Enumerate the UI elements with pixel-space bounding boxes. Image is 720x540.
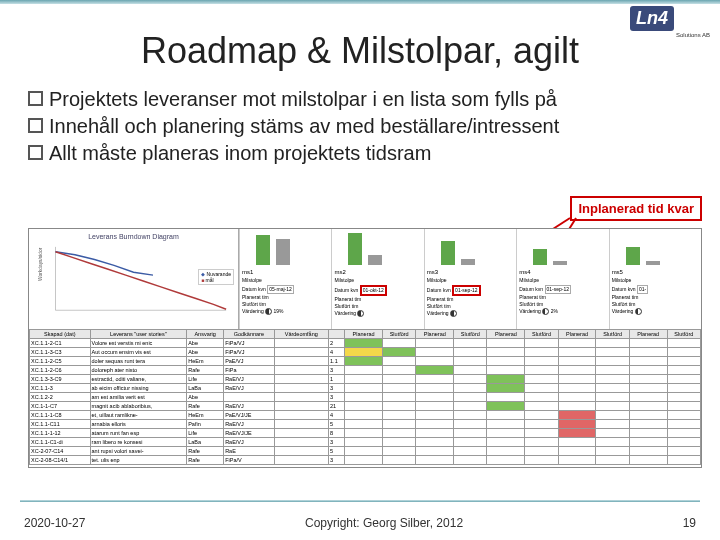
table-row: XC.1-1-C7magnit acib ablaboribius,RafeRa… bbox=[30, 402, 701, 411]
logo-subtext: Solutions AB bbox=[630, 32, 710, 38]
milestone-col: ms3MilstolpeDatum kvn 01-sep-12Planerat … bbox=[424, 229, 516, 329]
ms-rows: MilstolpeDatum kvn 05-maj-12Planerat tim… bbox=[242, 277, 329, 315]
burndown-legend: ◆ Nuvarande ■ mål bbox=[198, 269, 234, 285]
logo: Ln4 Solutions AB bbox=[630, 6, 710, 38]
ms-name: ms1 bbox=[242, 269, 329, 275]
table-header: Godkännare bbox=[224, 330, 274, 339]
bullet-text: Innehåll och planering stäms av med best… bbox=[49, 113, 559, 140]
ms-rows: MilstolpeDatum kvn 01-okt-12Planerat tim… bbox=[334, 277, 421, 317]
table-header: Planerad bbox=[629, 330, 667, 339]
table-row: XC.1.1-C1-diram libero re konsesiLaBaRaE… bbox=[30, 438, 701, 447]
footer-copyright: Copyright: Georg Silber, 2012 bbox=[305, 516, 463, 530]
table-header: Slutförd bbox=[383, 330, 416, 339]
burndown-chart: Leverans Burndown Diagram Workdays/sidor… bbox=[29, 229, 239, 329]
table-header: Slutförd bbox=[454, 330, 487, 339]
footer-page: 19 bbox=[683, 516, 696, 530]
table-header: Slutförd bbox=[667, 330, 700, 339]
ms-name: ms3 bbox=[427, 269, 514, 275]
table-row: XC.1.1-C11arnabia ellorisPafinRaE/VJ5 bbox=[30, 420, 701, 429]
footer-date: 2020-10-27 bbox=[24, 516, 85, 530]
footer-border bbox=[20, 500, 700, 502]
ms-rows: MilstolpeDatum kvn 01-sep-12Planerat tim… bbox=[519, 277, 606, 315]
ms-name: ms4 bbox=[519, 269, 606, 275]
table-row: XC.1.1-1-C8et, uillaut ramlikne-HeEmPaE/… bbox=[30, 411, 701, 420]
table-header bbox=[329, 330, 345, 339]
deliverables-table: Skapad (dat)Leverans "user stories"Ansva… bbox=[29, 329, 701, 465]
ms-rows: MilstolpeDatum kvn 01-Planerat timSlutfö… bbox=[612, 277, 699, 315]
milestone-col: ms1MilstolpeDatum kvn 05-maj-12Planerat … bbox=[239, 229, 331, 329]
table-header: Ansvarig bbox=[187, 330, 224, 339]
page-title: Roadmap & Milstolpar, agilt bbox=[0, 30, 720, 72]
annotation-callout: Inplanerad tid kvar bbox=[570, 196, 702, 221]
burndown-title: Leverans Burndown Diagram bbox=[33, 233, 234, 240]
table-row: XC.1.1-2-C6doloreph ater nistoRafeFiPa3 bbox=[30, 366, 701, 375]
table-header: Slutförd bbox=[525, 330, 558, 339]
top-border bbox=[0, 0, 720, 4]
table-header: Planerad bbox=[558, 330, 596, 339]
table-row: XC.1.1-3-C3Aut occum ensim vis estAbeFiP… bbox=[30, 348, 701, 357]
bullet-icon bbox=[28, 145, 43, 160]
milestone-col: ms5MilstolpeDatum kvn 01-Planerat timSlu… bbox=[609, 229, 701, 329]
table-row: XC-2-08-C14/1tet. ulis enpRafeFiPa/V3 bbox=[30, 456, 701, 465]
bullet-text: Projektets leveranser mot milstolpar i e… bbox=[49, 86, 557, 113]
dashboard-top: Leverans Burndown Diagram Workdays/sidor… bbox=[29, 229, 701, 329]
table-row: XC.1.1-3ab eicim offictur nissingLaBaRaE… bbox=[30, 384, 701, 393]
table-header: Leverans "user stories" bbox=[90, 330, 187, 339]
ms-name: ms2 bbox=[334, 269, 421, 275]
logo-text: Ln4 bbox=[630, 6, 674, 31]
table-row: XC.1.2-2am est amilia verit estAbe3 bbox=[30, 393, 701, 402]
table-row: XC.1.3-3-C9estractid, oditi valiane,Life… bbox=[30, 375, 701, 384]
table-header: Slutförd bbox=[596, 330, 629, 339]
bullet-list: Projektets leveranser mot milstolpar i e… bbox=[28, 86, 692, 167]
ms-rows: MilstolpeDatum kvn 01-sep-12Planerat tim… bbox=[427, 277, 514, 317]
svg-text:Workdays/sidor: Workdays/sidor bbox=[38, 247, 43, 281]
table-header: Skapad (dat) bbox=[30, 330, 91, 339]
table-header: Planerad bbox=[345, 330, 383, 339]
table-row: XC-2-07-C14ant rupsi volori savei-RafeRa… bbox=[30, 447, 701, 456]
milestone-panels: ms1MilstolpeDatum kvn 05-maj-12Planerat … bbox=[239, 229, 701, 329]
table-row: XC.1.1-2-C1Volore est verstis mi enicAbe… bbox=[30, 339, 701, 348]
table-header: Värdeomfång bbox=[274, 330, 329, 339]
table-area: Skapad (dat)Leverans "user stories"Ansva… bbox=[29, 329, 701, 465]
bullet-icon bbox=[28, 118, 43, 133]
dashboard: Leverans Burndown Diagram Workdays/sidor… bbox=[28, 228, 702, 468]
bullet-text: Allt måste planeras inom projektets tids… bbox=[49, 140, 431, 167]
milestone-col: ms4MilstolpeDatum kvn 01-sep-12Planerat … bbox=[516, 229, 608, 329]
table-header: Planerad bbox=[487, 330, 525, 339]
table-row: XC.1.1-1-12atarum runt fan espLifeRaE/VJ… bbox=[30, 429, 701, 438]
bullet-icon bbox=[28, 91, 43, 106]
ms-name: ms5 bbox=[612, 269, 699, 275]
table-row: XC.1.1-2-C5doler sequas runt teraHeEmPaE… bbox=[30, 357, 701, 366]
table-header: Planerad bbox=[416, 330, 454, 339]
milestone-col: ms2MilstolpeDatum kvn 01-okt-12Planerat … bbox=[331, 229, 423, 329]
footer: 2020-10-27 Copyright: Georg Silber, 2012… bbox=[0, 516, 720, 530]
